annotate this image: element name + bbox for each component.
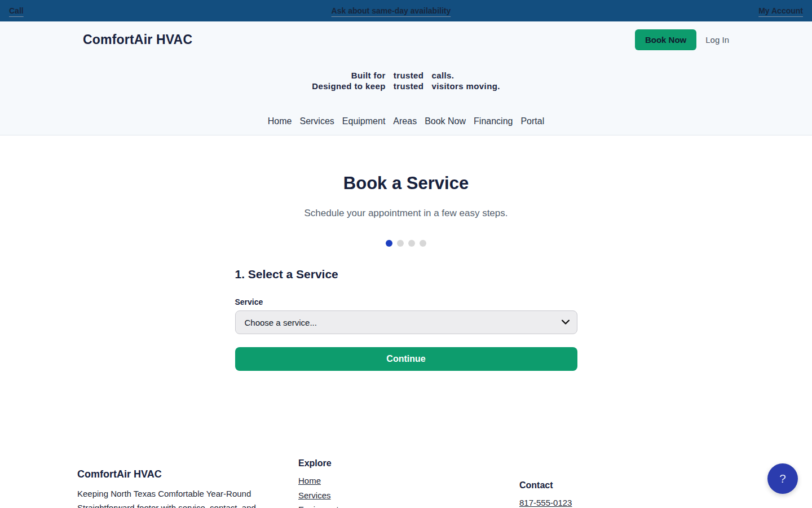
hero-row2-right: visitors moving. (431, 81, 500, 91)
footer-grid: ComfortAir HVAC Keeping North Texas Comf… (76, 458, 736, 508)
nav-item-areas[interactable]: Areas (393, 116, 417, 126)
promo-link[interactable]: Ask about same-day availability (332, 6, 451, 15)
step-title: 1. Select a Service (235, 268, 577, 281)
nav-item-services[interactable]: Services (299, 116, 334, 126)
hero-text-grid: Built for trusted calls. Designed to kee… (312, 71, 500, 91)
footer-brand-column: ComfortAir HVAC Keeping North Texas Comf… (77, 468, 298, 508)
step-progress-dots (0, 240, 812, 247)
footer-link-home[interactable]: Home (298, 474, 519, 488)
site-footer: ComfortAir HVAC Keeping North Texas Comf… (0, 458, 812, 508)
page-title: Book a Service (0, 173, 812, 194)
nav-item-equipment[interactable]: Equipment (342, 116, 386, 126)
hero-row2-word: trusted (394, 81, 424, 91)
footer-contact-heading: Contact (519, 480, 737, 491)
nav-item-financing[interactable]: Financing (474, 116, 513, 126)
service-field-label: Service (235, 297, 577, 306)
login-link[interactable]: Log In (705, 35, 729, 45)
step-dot-3 (408, 240, 415, 247)
footer-brand: ComfortAir HVAC (77, 468, 298, 480)
nav-item-book-now[interactable]: Book Now (425, 116, 466, 126)
top-utility-bar: Call Ask about same-day availability My … (0, 0, 812, 21)
header-actions: Book Now Log In (635, 29, 729, 50)
footer-link-services[interactable]: Services (298, 488, 519, 503)
hero-row1-right: calls. (431, 71, 500, 81)
hero-row1-left: Built for (312, 71, 386, 81)
brand-logo[interactable]: ComfortAir HVAC (83, 32, 192, 47)
page-subtitle: Schedule your appointment in a few easy … (0, 208, 812, 219)
footer-contact-column: Contact 817-555-0123 info@comfortairhvac… (519, 480, 737, 508)
booking-main: Book a Service Schedule your appointment… (0, 135, 812, 371)
continue-button[interactable]: Continue (235, 347, 577, 371)
hero-row1-word: trusted (394, 71, 424, 81)
service-select[interactable]: Choose a service... (235, 310, 577, 334)
footer-contact-links: 817-555-0123 info@comfortairhvac.com (519, 496, 737, 508)
help-button[interactable]: ? (767, 463, 798, 494)
footer-explore-column: Explore Home Services Equipment (298, 458, 519, 508)
book-now-button[interactable]: Book Now (635, 29, 696, 50)
footer-phone-link[interactable]: 817-555-0123 (519, 496, 737, 508)
hero-rotator: Built for trusted calls. Designed to kee… (0, 71, 812, 91)
hero-row2-left: Designed to keep (312, 81, 386, 91)
step-dot-4 (420, 240, 426, 247)
service-select-wrap: Choose a service... (235, 310, 577, 334)
footer-description: Straightforward footer with service, con… (77, 501, 298, 508)
step-dot-2 (397, 240, 404, 247)
call-link[interactable]: Call (9, 6, 24, 15)
nav-item-portal[interactable]: Portal (520, 116, 544, 126)
footer-explore-links: Home Services Equipment (298, 474, 519, 508)
nav-item-home[interactable]: Home (268, 116, 292, 126)
booking-form: 1. Select a Service Service Choose a ser… (235, 268, 577, 371)
my-account-link[interactable]: My Account (758, 6, 803, 15)
main-nav: Home Services Equipment Areas Book Now F… (0, 116, 812, 126)
footer-tagline: Keeping North Texas Comfortable Year-Rou… (77, 487, 298, 501)
header-row: ComfortAir HVAC Book Now Log In (76, 21, 736, 50)
step-dot-1 (386, 240, 392, 247)
footer-explore-heading: Explore (298, 458, 519, 468)
footer-link-equipment[interactable]: Equipment (298, 502, 519, 508)
site-header: ComfortAir HVAC Book Now Log In Built fo… (0, 21, 812, 135)
